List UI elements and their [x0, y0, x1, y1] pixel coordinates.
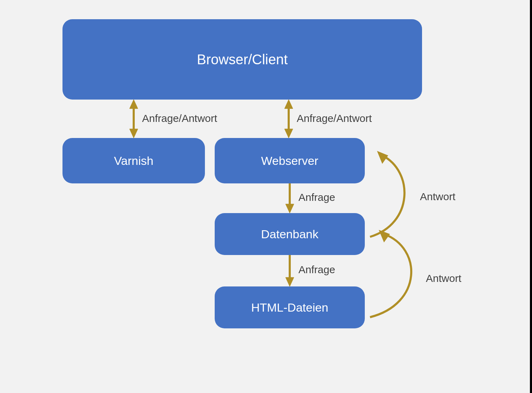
curved-arrow-icon — [370, 230, 411, 317]
svg-marker-9 — [286, 277, 294, 286]
node-label: Varnish — [114, 154, 154, 168]
edge-label-browser-varnish: Anfrage/Antwort — [142, 112, 217, 124]
down-arrow-icon — [286, 183, 294, 213]
svg-marker-5 — [285, 129, 293, 138]
node-label: HTML-Dateien — [251, 301, 328, 314]
svg-marker-11 — [379, 230, 390, 242]
node-datenbank: Datenbank — [215, 213, 365, 255]
node-varnish: Varnish — [62, 138, 205, 183]
edge-label-antwort-upper: Antwort — [420, 191, 456, 203]
svg-marker-1 — [130, 100, 138, 109]
svg-marker-10 — [377, 151, 388, 164]
node-webserver: Webserver — [215, 138, 365, 183]
svg-marker-7 — [286, 204, 294, 213]
svg-marker-2 — [130, 129, 138, 138]
svg-marker-4 — [285, 100, 293, 109]
node-browser-client: Browser/Client — [62, 19, 422, 100]
node-html-dateien: HTML-Dateien — [215, 286, 365, 328]
curved-arrow-icon — [370, 151, 405, 237]
edge-label-browser-webserver: Anfrage/Antwort — [297, 112, 372, 124]
page-right-border — [530, 0, 532, 393]
edge-label-webserver-datenbank: Anfrage — [298, 191, 335, 203]
double-arrow-icon — [285, 100, 293, 138]
edge-label-datenbank-htmlfiles: Anfrage — [298, 264, 335, 276]
double-arrow-icon — [130, 100, 138, 138]
node-label: Datenbank — [261, 227, 318, 241]
node-label: Webserver — [261, 154, 318, 168]
node-label: Browser/Client — [197, 52, 288, 67]
down-arrow-icon — [286, 255, 294, 286]
edge-label-antwort-lower: Antwort — [426, 272, 461, 284]
